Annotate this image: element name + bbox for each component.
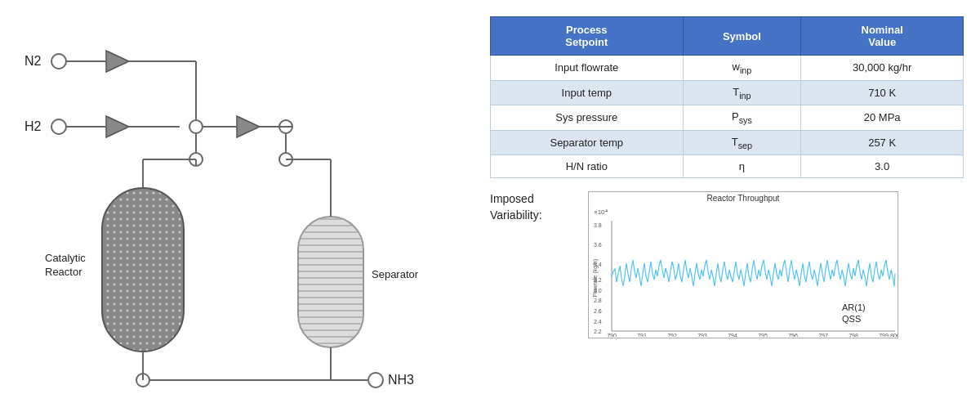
svg-text:Flowrate (kg/h): Flowrate (kg/h) [592, 259, 599, 298]
svg-text:800: 800 [890, 333, 898, 337]
col-header-value: NominalValue [801, 17, 964, 56]
table-row: Input flowrate winp 30,000 kg/hr [491, 56, 964, 81]
setpoint-name: Separator temp [491, 130, 684, 155]
svg-text:797: 797 [818, 333, 828, 337]
svg-text:3.6: 3.6 [594, 242, 602, 248]
table-row: H/N ratio η 3.0 [491, 155, 964, 178]
ar1-label: AR(1) [842, 302, 866, 312]
svg-marker-6 [106, 116, 129, 137]
setpoint-value: 3.0 [801, 155, 964, 178]
reactor-throughput-chart: Reactor Throughput ×10⁴ 3.8 3.6 3.4 3.2 … [588, 191, 898, 338]
imposed-variability-label: ImposedVariability: [490, 191, 580, 223]
svg-text:790: 790 [607, 333, 617, 337]
setpoint-symbol: Tinp [683, 80, 801, 105]
setpoint-name: H/N ratio [491, 155, 684, 178]
svg-text:2.8: 2.8 [594, 298, 602, 303]
setpoint-name: Sys pressure [491, 105, 684, 131]
svg-point-35 [368, 373, 383, 387]
nh3-label: NH3 [388, 373, 414, 387]
svg-rect-22 [299, 217, 363, 347]
svg-text:795: 795 [758, 333, 768, 337]
svg-text:799: 799 [879, 333, 889, 337]
setpoint-value: 257 K [801, 130, 964, 155]
svg-text:2.4: 2.4 [594, 319, 602, 325]
svg-text:793: 793 [697, 333, 707, 337]
svg-text:798: 798 [849, 333, 858, 337]
process-flow-diagram: N2 H2 [0, 0, 474, 412]
svg-text:794: 794 [728, 333, 737, 337]
svg-point-8 [189, 120, 203, 133]
svg-text:Reactor: Reactor [45, 266, 82, 278]
process-table: ProcessSetpoint Symbol NominalValue Inpu… [490, 16, 964, 178]
col-header-setpoint: ProcessSetpoint [491, 17, 684, 56]
chart-title: Reactor Throughput [589, 192, 898, 204]
svg-text:791: 791 [637, 333, 647, 337]
setpoint-name: Input flowrate [491, 56, 684, 81]
setpoint-name: Input temp [491, 80, 684, 105]
setpoint-symbol: Psys [683, 105, 801, 131]
table-row: Sys pressure Psys 20 MPa [491, 105, 964, 131]
svg-rect-17 [103, 189, 183, 351]
setpoint-value: 710 K [801, 80, 964, 105]
svg-text:3.8: 3.8 [594, 222, 602, 228]
svg-text:2.6: 2.6 [594, 308, 602, 314]
setpoint-symbol: Tsep [683, 130, 801, 155]
right-panel: ProcessSetpoint Symbol NominalValue Inpu… [474, 0, 980, 412]
qss-label: QSS [842, 314, 861, 324]
setpoint-symbol: η [683, 155, 801, 178]
h2-label: H2 [24, 119, 42, 133]
svg-text:×10⁴: ×10⁴ [594, 208, 608, 216]
setpoint-symbol: winp [683, 56, 801, 81]
svg-text:2.2: 2.2 [594, 329, 602, 334]
setpoint-value: 30,000 kg/hr [801, 56, 964, 81]
svg-text:796: 796 [788, 333, 798, 337]
separator-label: Separator [372, 268, 419, 280]
svg-marker-11 [237, 116, 260, 137]
n2-label: N2 [24, 54, 42, 68]
table-row: Input temp Tinp 710 K [491, 80, 964, 105]
svg-point-4 [51, 119, 66, 134]
setpoint-value: 20 MPa [801, 105, 964, 131]
table-row: Separator temp Tsep 257 K [491, 130, 964, 155]
svg-text:792: 792 [667, 333, 677, 337]
col-header-symbol: Symbol [683, 17, 801, 56]
chart-section: ImposedVariability: Reactor Throughput ×… [490, 191, 964, 338]
svg-point-0 [51, 54, 66, 69]
svg-marker-2 [106, 51, 129, 72]
reactor-label: Catalytic [45, 252, 86, 264]
